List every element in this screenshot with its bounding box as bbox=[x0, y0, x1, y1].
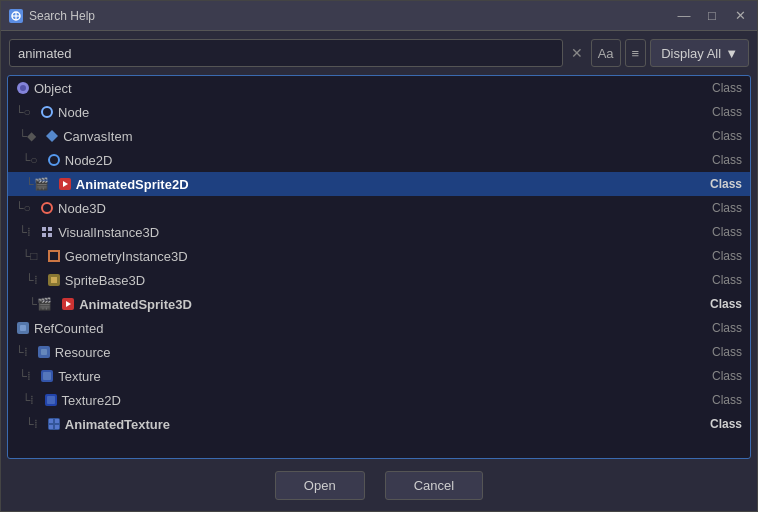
node3d-icon bbox=[39, 200, 55, 216]
animatedtexture-icon bbox=[46, 416, 62, 432]
results-list[interactable]: Object Class └○ Node Class └◆ bbox=[7, 75, 751, 459]
window-controls: — □ ✕ bbox=[675, 8, 749, 23]
display-all-button[interactable]: Display All ▼ bbox=[650, 39, 749, 67]
animatedsprite3d-icon bbox=[60, 296, 76, 312]
title-bar: Search Help — □ ✕ bbox=[1, 1, 757, 31]
node2d-icon bbox=[46, 152, 62, 168]
tree-item-geometryinstance3d[interactable]: └□ GeometryInstance3D Class bbox=[8, 244, 750, 268]
close-button[interactable]: ✕ bbox=[731, 8, 749, 23]
search-bar: ✕ Aa ≡ Display All ▼ bbox=[1, 31, 757, 75]
cancel-button[interactable]: Cancel bbox=[385, 471, 483, 500]
resource-icon bbox=[36, 344, 52, 360]
footer: Open Cancel bbox=[1, 459, 757, 511]
tree-item-node2d[interactable]: └○ Node2D Class bbox=[8, 148, 750, 172]
tree-item-animatedtexture[interactable]: └⁞ AnimatedTexture Class bbox=[8, 412, 750, 436]
svg-rect-15 bbox=[49, 251, 59, 261]
spritebase3d-icon bbox=[46, 272, 62, 288]
svg-rect-4 bbox=[20, 85, 26, 91]
match-case-button[interactable]: Aa bbox=[591, 39, 621, 67]
texture2d-icon bbox=[43, 392, 59, 408]
svg-point-10 bbox=[42, 203, 52, 213]
tree-item-animatedsprite3d[interactable]: └🎬 AnimatedSprite3D Class bbox=[8, 292, 750, 316]
refcounted-icon bbox=[15, 320, 31, 336]
minimize-button[interactable]: — bbox=[675, 8, 693, 23]
svg-rect-14 bbox=[48, 233, 52, 237]
tree-item-visualinstance3d[interactable]: └⁞ VisualInstance3D Class bbox=[8, 220, 750, 244]
visualinstance3d-icon bbox=[39, 224, 55, 240]
node-icon bbox=[39, 104, 55, 120]
open-button[interactable]: Open bbox=[275, 471, 365, 500]
tree-item-node3d[interactable]: └○ Node3D Class bbox=[8, 196, 750, 220]
svg-marker-6 bbox=[46, 130, 58, 142]
object-icon bbox=[15, 80, 31, 96]
animatedsprite2d-icon bbox=[57, 176, 73, 192]
tree-item-node[interactable]: └○ Node Class bbox=[8, 100, 750, 124]
tree-item-texture[interactable]: └⁞ Texture Class bbox=[8, 364, 750, 388]
tree-item-canvasitem[interactable]: └◆ CanvasItem Class bbox=[8, 124, 750, 148]
svg-rect-25 bbox=[43, 372, 51, 380]
texture-icon bbox=[39, 368, 55, 384]
title-bar-left: Search Help bbox=[9, 9, 95, 23]
svg-rect-11 bbox=[42, 227, 46, 231]
svg-rect-13 bbox=[42, 233, 46, 237]
svg-rect-12 bbox=[48, 227, 52, 231]
maximize-button[interactable]: □ bbox=[703, 8, 721, 23]
geometryinstance3d-icon bbox=[46, 248, 62, 264]
window-title: Search Help bbox=[29, 9, 95, 23]
app-icon bbox=[9, 9, 23, 23]
tree-item-resource[interactable]: └⁞ Resource Class bbox=[8, 340, 750, 364]
canvasitem-icon bbox=[44, 128, 60, 144]
svg-rect-31 bbox=[49, 425, 53, 429]
svg-rect-17 bbox=[51, 277, 57, 283]
svg-rect-27 bbox=[47, 396, 55, 404]
search-input[interactable] bbox=[9, 39, 563, 67]
svg-rect-30 bbox=[55, 419, 59, 423]
tree-item-animatedsprite2d[interactable]: └🎬 AnimatedSprite2D Class bbox=[8, 172, 750, 196]
svg-rect-21 bbox=[20, 325, 26, 331]
svg-point-5 bbox=[42, 107, 52, 117]
clear-search-button[interactable]: ✕ bbox=[567, 43, 587, 63]
tree-item-refcounted[interactable]: RefCounted Class bbox=[8, 316, 750, 340]
filter-button[interactable]: ≡ bbox=[625, 39, 647, 67]
svg-rect-32 bbox=[55, 425, 59, 429]
svg-rect-23 bbox=[41, 349, 47, 355]
tree-item-object[interactable]: Object Class bbox=[8, 76, 750, 100]
tree-item-spritebase3d[interactable]: └⁞ SpriteBase3D Class bbox=[8, 268, 750, 292]
search-help-window: Search Help — □ ✕ ✕ Aa ≡ Display All ▼ bbox=[0, 0, 758, 512]
svg-point-7 bbox=[49, 155, 59, 165]
tree-item-texture2d[interactable]: └⁞ Texture2D Class bbox=[8, 388, 750, 412]
svg-rect-29 bbox=[49, 419, 53, 423]
